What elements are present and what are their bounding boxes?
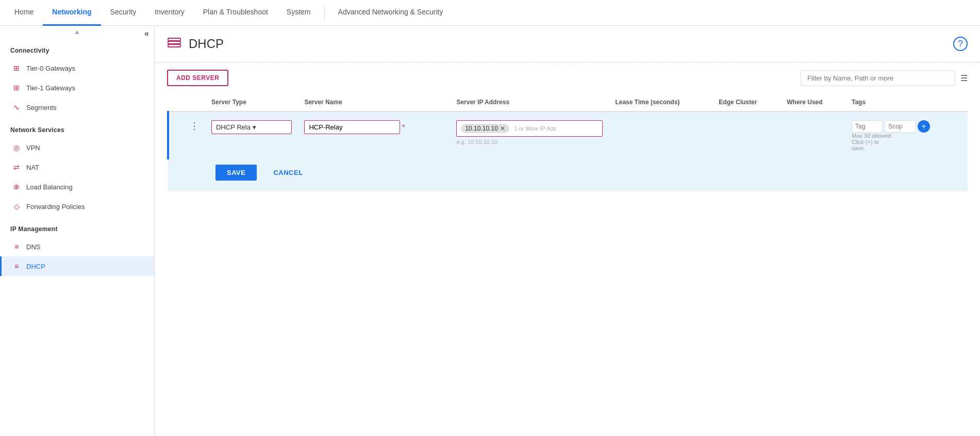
sidebar-item-label: Forwarding Policies: [26, 203, 85, 211]
sidebar-item-load-balancing[interactable]: Load Balancing: [0, 177, 154, 197]
col-server-name: Server Name: [298, 93, 450, 111]
sidebar-item-label: DHCP: [26, 263, 45, 270]
col-tags: Tags: [845, 93, 968, 111]
lb-icon: [12, 182, 21, 191]
sidebar-item-label: Tier-0 Gateways: [26, 64, 75, 72]
nav-item-home[interactable]: Home: [5, 0, 43, 26]
lease-time-cell: [609, 111, 712, 159]
col-edge-cluster: Edge Cluster: [712, 93, 780, 111]
ip-example: e.g. 10.10.10.10: [456, 139, 603, 145]
toolbar-right: ☰: [801, 70, 968, 86]
col-server-type: Server Type: [205, 93, 298, 111]
filter-icon[interactable]: ☰: [960, 73, 968, 83]
ip-tag-close-button[interactable]: ✕: [500, 125, 505, 132]
svg-rect-1: [168, 41, 180, 44]
actions-cell: SAVE CANCEL: [168, 159, 968, 191]
toolbar: ADD SERVER ☰: [155, 62, 980, 93]
chevron-down-icon: ▾: [253, 123, 256, 131]
top-navigation: Home Networking Security Inventory Plan …: [0, 0, 980, 26]
required-indicator: *: [402, 123, 405, 131]
segment-icon: [12, 103, 21, 112]
sidebar-item-vpn[interactable]: VPN: [0, 138, 154, 157]
col-checkbox: [168, 93, 184, 111]
sidebar-item-segments[interactable]: Segments: [0, 98, 154, 117]
scope-input[interactable]: [885, 120, 916, 133]
page-header-left: DHCP: [167, 35, 224, 53]
sidebar-item-tier0[interactable]: Tier-0 Gateways: [0, 58, 154, 78]
server-name-input[interactable]: [304, 120, 400, 134]
sidebar-item-forwarding-policies[interactable]: Forwarding Policies: [0, 197, 154, 216]
row-menu-button[interactable]: ⋮: [190, 120, 199, 132]
nav-item-networking[interactable]: Networking: [43, 0, 101, 26]
toolbar-left: ADD SERVER: [167, 70, 228, 86]
page-title: DHCP: [189, 37, 224, 51]
col-server-ip: Server IP Address: [450, 93, 609, 111]
save-button[interactable]: SAVE: [215, 165, 257, 181]
forward-icon: [12, 202, 21, 211]
table-container: Server Type Server Name Server IP Addres…: [155, 93, 980, 436]
ip-placeholder: 1 or More IP Adc: [512, 124, 558, 133]
nav-item-system[interactable]: System: [277, 0, 320, 26]
sidebar-item-dhcp[interactable]: DHCP: [0, 256, 154, 276]
tag-max-note: Max 30 allowed. Click (+) to save.: [852, 133, 893, 151]
sidebar-collapse-button[interactable]: «: [144, 29, 149, 38]
sidebar-item-label: NAT: [26, 164, 39, 171]
nav-divider: [324, 5, 325, 21]
main-layout: « ▲ Connectivity Tier-0 Gateways Tier-1 …: [0, 26, 980, 436]
svg-rect-2: [168, 44, 180, 47]
table-header-row: Server Type Server Name Server IP Addres…: [168, 93, 968, 111]
col-where-used: Where Used: [780, 93, 845, 111]
sidebar-item-tier1[interactable]: Tier-1 Gateways: [0, 78, 154, 98]
svg-rect-0: [168, 38, 180, 41]
sidebar-item-label: Load Balancing: [26, 183, 73, 191]
sidebar-scroll-up[interactable]: ▲: [0, 26, 154, 38]
ip-tag: 10.10.10.10 ✕: [461, 124, 509, 133]
sidebar-item-label: DNS: [26, 243, 40, 251]
server-type-cell: DHCP Rela ▾: [205, 111, 298, 159]
tags-cell: + Max 30 allowed. Click (+) to save.: [845, 111, 968, 159]
table-row-actions: SAVE CANCEL: [168, 159, 968, 191]
dhcp-page-icon: [167, 35, 181, 53]
main-content: DHCP ? ADD SERVER ☰ Server Type: [155, 26, 980, 436]
add-server-button[interactable]: ADD SERVER: [167, 70, 228, 86]
sidebar: « ▲ Connectivity Tier-0 Gateways Tier-1 …: [0, 26, 155, 436]
dhcp-icon: [12, 262, 21, 271]
page-header: DHCP ?: [155, 26, 980, 62]
filter-input[interactable]: [801, 70, 955, 86]
help-button[interactable]: ?: [953, 37, 968, 51]
sidebar-item-label: Tier-1 Gateways: [26, 84, 75, 92]
nat-icon: [12, 163, 21, 172]
server-ip-cell: 10.10.10.10 ✕ 1 or More IP Adc e.g. 10.1…: [450, 111, 609, 159]
dhcp-table: Server Type Server Name Server IP Addres…: [167, 93, 968, 191]
sidebar-item-label: Segments: [26, 104, 57, 111]
nav-item-advanced[interactable]: Advanced Networking & Security: [329, 0, 453, 26]
server-type-select[interactable]: DHCP Rela ▾: [211, 120, 292, 134]
col-lease-time: Lease Time (seconds): [609, 93, 712, 111]
row-indicator: [168, 111, 184, 159]
ip-management-section-title: IP Management: [0, 216, 154, 237]
cancel-button[interactable]: CANCEL: [265, 165, 311, 181]
sidebar-item-dns[interactable]: DNS: [0, 237, 154, 256]
edge-cluster-cell: [712, 111, 780, 159]
sidebar-item-nat[interactable]: NAT: [0, 157, 154, 177]
ip-field[interactable]: 10.10.10.10 ✕ 1 or More IP Adc: [456, 120, 603, 137]
table-row-edit: ⋮ DHCP Rela ▾ *: [168, 111, 968, 159]
row-menu-cell: ⋮: [184, 111, 205, 159]
connectivity-section-title: Connectivity: [0, 38, 154, 58]
tier1-icon: [12, 83, 21, 92]
nav-item-security[interactable]: Security: [101, 0, 146, 26]
tag-input[interactable]: [852, 120, 883, 133]
tier0-icon: [12, 63, 21, 73]
nav-item-plan-troubleshoot[interactable]: Plan & Troubleshoot: [194, 0, 277, 26]
col-menu: [184, 93, 205, 111]
nav-item-inventory[interactable]: Inventory: [145, 0, 194, 26]
where-used-cell: [780, 111, 845, 159]
add-tag-button[interactable]: +: [918, 120, 930, 133]
server-name-cell: *: [298, 111, 450, 159]
tag-scope-container: +: [852, 120, 961, 133]
sidebar-item-label: VPN: [26, 144, 40, 152]
server-type-value: DHCP Rela: [216, 123, 251, 131]
network-services-section-title: Network Services: [0, 117, 154, 138]
vpn-icon: [12, 143, 21, 152]
ip-tag-value: 10.10.10.10: [465, 125, 497, 132]
